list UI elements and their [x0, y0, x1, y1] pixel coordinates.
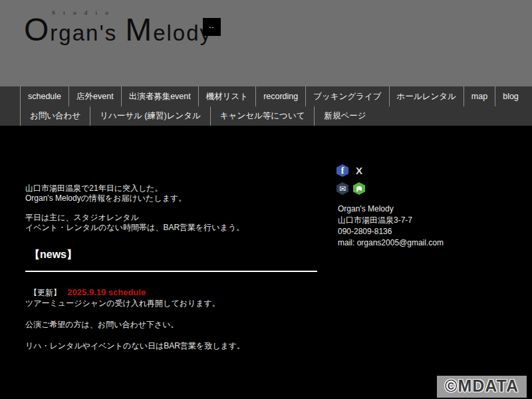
nav-item-rehearsal-rental[interactable]: リハーサル (練習)レンタル — [90, 106, 210, 126]
nav-item-booking-live[interactable]: ブッキングライブ — [305, 86, 388, 106]
site-header: S t u d i o Organ's Melody -- — [0, 0, 532, 86]
nav-item-contact[interactable]: お問い合わせ — [20, 106, 90, 126]
contact-email: mail: organs2005@gmail.com — [338, 237, 444, 249]
nav-item-offsite-event[interactable]: 店外event — [68, 86, 121, 106]
social-icons: f X ✉ — [336, 164, 366, 195]
nav-item-blog[interactable]: blog — [495, 86, 526, 106]
update-line: 【更新】 2025.9.19 schedule — [29, 287, 146, 299]
logo-word-organs: Organ's — [24, 17, 117, 47]
weekday-line-2: イベント・レンタルのない時間帯は、BAR営業を行いまう。 — [25, 223, 244, 233]
weekday-line-1: 平日は主に、スタジオレンタル — [25, 213, 244, 223]
nav-item-new-page[interactable]: 新規ページ — [314, 106, 375, 126]
intro-paragraph: 山口市湯田温泉で21年目に突入した。 Organ's Melodyの情報をお届け… — [25, 184, 186, 203]
logo-box-icon: -- — [203, 18, 221, 36]
logo-text: Organ's Melody — [24, 17, 212, 47]
contact-phone: 090-2809-8136 — [338, 226, 444, 237]
nav-item-recording[interactable]: recording — [255, 86, 305, 106]
nav-row-2: お問い合わせ リハーサル (練習)レンタル キャンセル等について 新規ページ — [0, 106, 532, 126]
contact-info: Organ's Melody 山口市湯田温泉3-7-7 090-2809-813… — [338, 203, 444, 249]
facebook-icon[interactable]: f — [336, 164, 348, 177]
update-date-schedule: 2025.9.19 schedule — [67, 287, 146, 297]
site-logo[interactable]: S t u d i o Organ's Melody — [24, 9, 212, 47]
evernote-icon[interactable] — [353, 182, 365, 195]
mail-icon[interactable]: ✉ — [336, 182, 348, 195]
nav-item-map[interactable]: map — [464, 86, 495, 106]
intro-line-1: 山口市湯田温泉で21年目に突入した。 — [25, 184, 186, 194]
weekday-info-paragraph: 平日は主に、スタジオレンタル イベント・レンタルのない時間帯は、BAR営業を行い… — [25, 213, 244, 233]
update-detail-text: ツアーミュージシャンの受け入れ再開しております。 — [25, 298, 220, 309]
nav-item-hall-rental[interactable]: ホールレンタル — [389, 86, 464, 106]
logo-word-melody: Melody — [125, 17, 212, 47]
x-twitter-icon[interactable]: X — [353, 164, 365, 177]
nav-item-cancellation[interactable]: キャンセル等について — [210, 106, 315, 126]
intro-line-2: Organ's Melodyの情報をお届けいたします。 — [25, 194, 186, 203]
nav-item-equipment-list[interactable]: 機材リスト — [198, 86, 255, 106]
nav-item-schedule[interactable]: schedule — [20, 86, 68, 106]
contact-name: Organ's Melody — [338, 203, 444, 215]
main-navigation: schedule 店外event 出演者募集event 機材リスト record… — [0, 86, 532, 126]
nav-row-1: schedule 店外event 出演者募集event 機材リスト record… — [0, 86, 532, 106]
evernote-elephant-glyph — [355, 185, 363, 193]
contact-address: 山口市湯田温泉3-7-7 — [338, 215, 444, 226]
logo-box-mark: -- — [209, 24, 215, 31]
news-divider — [25, 271, 317, 272]
main-content: 山口市湯田温泉で21年目に突入した。 Organ's Melodyの情報をお届け… — [0, 126, 532, 399]
nav-item-performer-recruit-event[interactable]: 出演者募集event — [121, 86, 198, 106]
mdata-watermark: ©MDATA — [437, 376, 527, 398]
notice-performance-request: 公演ご希望の方は、お問い合わせ下さい。 — [25, 319, 179, 331]
news-heading: 【news】 — [29, 248, 77, 262]
notice-bar-operation: リハ・レンタルやイベントのない日はBAR営業を致します。 — [25, 340, 245, 352]
update-prefix-label: 【更新】 — [29, 288, 61, 297]
